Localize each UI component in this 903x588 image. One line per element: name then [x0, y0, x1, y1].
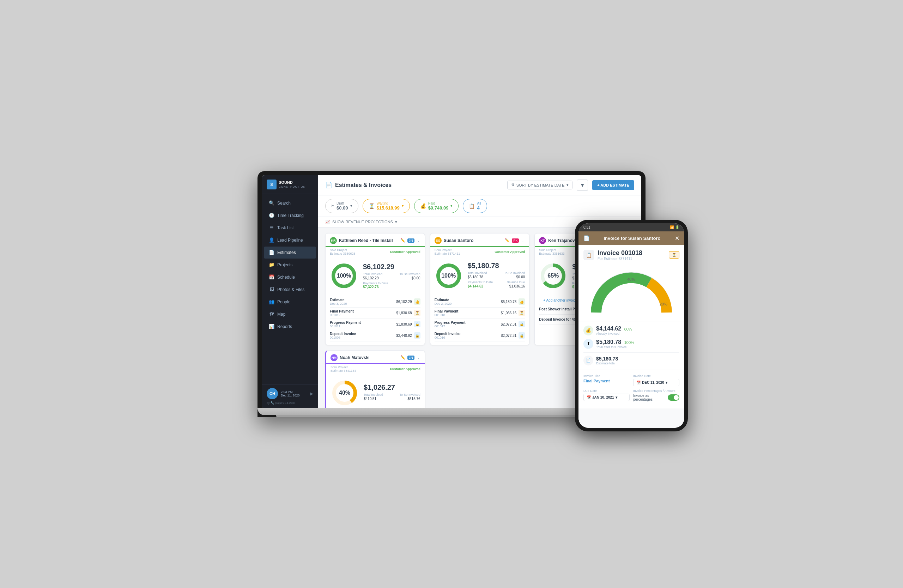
estimate-card-1: KR Kathleen Reed - Tile Install ✏️ 3N ⋮ — [325, 233, 425, 345]
estimate-icon: 📄 — [584, 355, 593, 365]
card-2-header: SS Susan Santoro ✏️ PK ⋮ — [430, 234, 529, 247]
already-invoiced-amount: $4,144.62 — [596, 325, 621, 332]
phone-close-button[interactable]: ✕ — [675, 235, 680, 242]
card-1-body: 100% $6,102.29 Total InvoicedTo Be Invoi… — [326, 258, 425, 294]
card-1-payments: $7,322.76 — [363, 285, 420, 289]
sidebar-item-lead-pipeline[interactable]: 👤 Lead Pipeline — [264, 234, 316, 246]
calendar-icon: 📅 — [587, 395, 591, 399]
phone-screen: 8:31 📶 🔋 📄 Invoice for Susan Santoro ✕ 📋 — [579, 223, 684, 428]
map-icon: 🗺 — [269, 311, 274, 317]
card-1-donut: 100% — [330, 262, 358, 290]
users-badge: 3N — [407, 239, 414, 243]
tab-all[interactable]: 📋 All 4 — [463, 199, 487, 213]
invoice-row: Progress Payment 001017 $2,072.31 🔒 — [434, 319, 525, 330]
invoice-percentages-toggle[interactable]: Invoice as percentages — [633, 394, 680, 401]
search-icon: 🔍 — [269, 200, 274, 206]
header-actions: ⇅ SORT BY ESTIMATE DATE ▾ ▼ + ADD ESTIMA… — [507, 179, 634, 191]
amounts-section: 💰 $4,144.62 80% Already invoiced ⬆ — [579, 321, 684, 370]
sidebar-item-reports-label: Reports — [277, 324, 292, 329]
main-header: 📄 Estimates & Invoices ⇅ SORT BY ESTIMAT… — [318, 175, 641, 195]
invoice-status-icon: 🔒 — [519, 321, 525, 327]
invoice-row: Final Payment 001012 $1,830.68 ⏳ — [330, 308, 420, 319]
card-4-avatar: NM — [330, 354, 338, 361]
projul-logo: by 🔧 projul v.1.1.2233 — [267, 401, 313, 404]
card-1-client: KR Kathleen Reed - Tile Install — [330, 237, 393, 244]
edit-icon[interactable]: ✏️ — [400, 238, 405, 243]
sidebar-item-task-list-label: Task List — [277, 225, 294, 230]
more-icon[interactable]: ⋮ — [521, 238, 525, 243]
invoice-row: Progress Payment 001011 $1,830.69 🔒 — [330, 319, 420, 330]
card-1-total: $6,102.29 — [363, 263, 420, 271]
toggle-switch[interactable] — [668, 395, 680, 401]
list-icon: ☰ — [269, 225, 274, 231]
sidebar-nav: 🔍 Search 🕐 Time Tracking ☰ Task List 👤 L… — [262, 194, 318, 384]
due-date-row: Due Date 📅 JAN 10, 2021 ▾ Invoice Percen… — [584, 389, 680, 401]
sidebar-item-reports[interactable]: 📊 Reports — [264, 321, 316, 333]
card-2-meta: Solo Project Estimate 3371411 Customer A… — [430, 247, 529, 258]
sidebar-item-time-tracking[interactable]: 🕐 Time Tracking — [264, 209, 316, 222]
card-4-actions: ✏️ 3N ⋮ — [400, 355, 420, 360]
more-icon[interactable]: ⋮ — [417, 355, 420, 360]
status-tabs: ✂ Draft $0.00 ▾ ⏳ Waiting $15,618.99 — [318, 195, 641, 217]
invoice-row: Deposit Invoice 001016 $2,072.31 🔒 — [434, 330, 525, 341]
sidebar-item-projects-label: Projects — [277, 263, 293, 267]
phone-invoice-header: 📄 Invoice for Susan Santoro ✕ — [579, 231, 684, 245]
date-chevron-icon: ▾ — [615, 395, 617, 399]
card-2-total: $5,180.78 — [468, 262, 525, 270]
card-4-total: $1,026.27 — [364, 384, 420, 391]
sidebar-item-people[interactable]: 👥 People — [264, 296, 316, 308]
more-icon[interactable]: ⋮ — [417, 238, 420, 243]
invoice-row: Deposit Invoice 001008 $2,440.92 🔒 — [330, 330, 420, 341]
invoice-date-value: DEC 11, 2020 — [642, 380, 664, 384]
card-4-donut: 40% — [330, 379, 359, 407]
card-3-percent: 65% — [547, 273, 559, 279]
invoice-date-field[interactable]: 📅 DEC 11, 2020 ▾ — [633, 379, 680, 386]
sidebar-item-search[interactable]: 🔍 Search — [264, 197, 316, 209]
calendar-icon: 📅 — [636, 380, 640, 384]
filter-button[interactable]: ▼ — [577, 179, 588, 191]
sidebar-item-photos-files[interactable]: 🖼 Photos & Files — [264, 284, 316, 296]
sidebar-item-search-label: Search — [277, 201, 291, 206]
card-4-totals: $1,026.27 Total InvoicedTo Be Invoiced $… — [364, 384, 420, 402]
sidebar-item-lead-pipeline-label: Lead Pipeline — [277, 238, 303, 243]
card-4-percent: 40% — [339, 390, 350, 396]
waiting-icon: ⏳ — [369, 203, 374, 209]
edit-icon[interactable]: ✏️ — [400, 355, 405, 360]
card-4-name: Noah Matovski — [340, 355, 370, 360]
phone-doc-icon: 📄 — [584, 235, 590, 241]
tab-draft[interactable]: ✂ Draft $0.00 ▾ — [325, 199, 359, 213]
sidebar-item-map[interactable]: 🗺 Map — [264, 308, 316, 320]
sort-button[interactable]: ⇅ SORT BY ESTIMATE DATE ▾ — [507, 181, 573, 189]
draft-chevron-icon: ▾ — [350, 204, 352, 208]
sidebar-item-task-list[interactable]: ☰ Task List — [264, 222, 316, 234]
expand-icon[interactable]: ▶ — [310, 391, 313, 396]
date-chevron-icon: ▾ — [665, 380, 667, 384]
tab-paid[interactable]: 💰 Paid $9,740.09 ▾ — [414, 199, 459, 213]
card-2-body: 100% $5,180.78 Total InvoicedTo Be Invoi… — [430, 258, 529, 294]
sidebar-item-map-label: Map — [277, 312, 285, 317]
card-1-percent: 100% — [337, 273, 351, 279]
sidebar-item-projects[interactable]: 📁 Projects — [264, 259, 316, 271]
estimate-card-4: NM Noah Matovski ✏️ 3N ⋮ — [325, 350, 425, 408]
sidebar-item-time-tracking-label: Time Tracking — [277, 213, 304, 218]
add-estimate-button[interactable]: + ADD ESTIMATE — [592, 180, 634, 190]
already-invoiced-row: 💰 $4,144.62 80% Already invoiced — [584, 325, 680, 335]
draft-icon: ✂ — [331, 204, 334, 208]
card-1-actions: ✏️ 3N ⋮ — [400, 238, 420, 243]
sidebar-item-estimates[interactable]: 📄 Estimates — [264, 247, 316, 259]
invoice-row: Final Payment 001018 $1,036.16 ⏳ — [434, 308, 525, 319]
edit-icon[interactable]: ✏️ — [505, 238, 510, 243]
due-date-field[interactable]: 📅 JAN 10, 2021 ▾ — [584, 394, 629, 401]
card-1-totals: $6,102.29 Total InvoicedTo Be Invoiced $… — [363, 263, 420, 289]
sidebar-item-schedule[interactable]: 📅 Schedule — [264, 271, 316, 283]
sidebar-logo: S SOUND CONSTRUCTION — [262, 175, 318, 194]
phone-invoice-body: 📋 Invoice 001018 For Estimate 3371411 ⏳ — [579, 245, 684, 428]
paid-chevron-icon: ▾ — [450, 204, 453, 208]
estimate-total-row: 📄 $5,180.78 Estimate total — [584, 352, 680, 365]
tab-waiting[interactable]: ⏳ Waiting $15,618.99 ▾ — [363, 199, 410, 213]
laptop-frame: S SOUND CONSTRUCTION 🔍 Search 🕐 Time Tra… — [258, 171, 645, 417]
phone-status-bar: 8:31 📶 🔋 — [579, 223, 684, 231]
card-1-badge: Customer Approved — [390, 250, 420, 254]
logo-sub: CONSTRUCTION — [278, 185, 305, 189]
invoice-row: Estimate Dec 3, 2020 $6,102.29 👍 — [330, 296, 420, 308]
